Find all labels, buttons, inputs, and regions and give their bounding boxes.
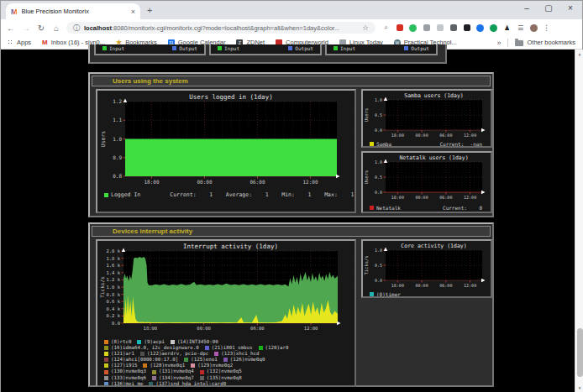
legend-label: (16)idma64.0, i2c_designware.0 xyxy=(111,345,199,351)
legend-swatch xyxy=(104,382,108,386)
output-legend: Output xyxy=(288,45,313,51)
svg-text:RRDTOOL / TOBI OETIKER: RRDTOOL / TOBI OETIKER xyxy=(490,102,492,137)
legend-label: (125)eno1 xyxy=(191,357,217,363)
scrollbar-thumb[interactable] xyxy=(577,328,583,377)
url-host: localhost xyxy=(84,24,112,32)
avatar[interactable] xyxy=(530,24,538,32)
svg-text:0.8: 0.8 xyxy=(113,173,122,179)
legend-item: (129)nvme0q2 xyxy=(191,363,233,368)
dark-ext-icon[interactable] xyxy=(463,24,470,32)
legend-item: Samba xyxy=(370,141,391,147)
scroll-down-icon[interactable]: ▼ xyxy=(575,384,583,392)
legend-label: (9)acpi xyxy=(144,339,164,345)
reload-icon[interactable]: ↻ xyxy=(36,24,46,33)
bookmarks-overflow-icon[interactable]: » xyxy=(496,39,501,47)
browser-toolbar: ← → ↻ ⌂ ⓘ localhost:8080/monitorix-cgi/m… xyxy=(1,19,582,36)
address-bar[interactable]: ⓘ localhost:8080/monitorix-cgi/monitorix… xyxy=(66,22,376,34)
svg-text:1.2 k: 1.2 k xyxy=(106,277,120,282)
svg-text:12:00: 12:00 xyxy=(464,195,476,200)
svg-text:12:00: 12:00 xyxy=(464,283,476,288)
messenger-ext-icon[interactable] xyxy=(476,24,484,32)
legend-swatch xyxy=(259,346,263,350)
users-section-header: Users using the system xyxy=(92,76,491,86)
legend-swatch xyxy=(171,340,175,344)
svg-text:0.5: 0.5 xyxy=(375,263,382,268)
forward-icon[interactable]: → xyxy=(21,24,31,33)
svg-text:Samba users (1day): Samba users (1day) xyxy=(404,92,463,99)
legend-item: (133)nvme0q6 xyxy=(104,375,146,381)
legend-item: (16)idma64.0, i2c_designware.0 xyxy=(104,345,199,351)
page-info-icon[interactable]: ⓘ xyxy=(73,24,80,33)
evernote-ext-icon[interactable] xyxy=(409,24,417,32)
url-path: :8080/monitorix-cgi/monitorix.cgi?mode=l… xyxy=(112,24,339,32)
maximize-button[interactable]: ▢ xyxy=(544,3,554,13)
users-logged-in-graph[interactable]: 0.80.91.01.11.218:0000:0006:0012:00Users… xyxy=(96,89,356,213)
devices-section: Devices interrupt activity 0.00.2 k0.4 k… xyxy=(88,222,494,387)
svg-text:0.2 k: 0.2 k xyxy=(106,313,120,318)
svg-text:1.6 k: 1.6 k xyxy=(106,263,120,268)
legend-label: (127)i915 xyxy=(111,363,137,368)
bookmarks-separator xyxy=(507,39,508,47)
other-bookmarks-button[interactable]: Other bookmarks xyxy=(515,39,575,46)
samba-users-graph[interactable]: 0.00.51.018:0000:0006:0012:00Samba users… xyxy=(361,89,492,148)
legend-swatch xyxy=(149,382,153,386)
svg-text:1.0: 1.0 xyxy=(113,136,122,142)
legend-item: (21)i801_smbus xyxy=(205,345,253,351)
chart-svg: 0.80.91.01.11.218:0000:0006:0012:00Users… xyxy=(97,91,356,185)
close-button[interactable]: × xyxy=(565,3,575,13)
output-swatch xyxy=(288,46,292,50)
search-ext-icon[interactable]: ⌕ xyxy=(382,24,390,32)
legend-swatch xyxy=(140,352,144,356)
svg-text:0.0: 0.0 xyxy=(375,278,382,283)
pawn-ext-icon[interactable]: ♟ xyxy=(503,24,511,32)
legend-swatch xyxy=(184,358,188,362)
svg-text:0.6 k: 0.6 k xyxy=(106,299,120,304)
legend-label: (121)ar1 xyxy=(111,351,134,357)
home-icon[interactable]: ⌂ xyxy=(51,24,61,33)
netatalk-users-graph[interactable]: 0.00.51.018:0000:0006:0012:00Netatalk us… xyxy=(361,151,492,213)
tab-monitorix[interactable]: M Blue Precision Monitorix × xyxy=(6,3,140,19)
copy-ext-icon[interactable] xyxy=(423,24,430,32)
interrupt-activity-graph[interactable]: 0.00.2 k0.4 k0.6 k0.8 k1.0 k1.2 k1.4 k1.… xyxy=(96,239,356,387)
legend-swatch xyxy=(152,370,156,374)
new-tab-button[interactable]: + xyxy=(147,5,152,15)
minimize-button[interactable]: – xyxy=(522,3,532,13)
legend-item: (136)mei_me xyxy=(104,381,143,387)
legend-item: (8)rtc0 xyxy=(104,339,131,345)
svg-text:18:00: 18:00 xyxy=(391,195,404,200)
svg-text:06:00: 06:00 xyxy=(439,195,452,200)
legend-row: (124)ahci[0000:00:17.0](125)eno1(126)nvm… xyxy=(104,357,355,363)
svg-text:0.5: 0.5 xyxy=(375,175,382,180)
legend-swatch xyxy=(104,352,108,356)
bookmark-star-icon[interactable]: ☆ xyxy=(362,24,369,32)
page-ext-icon[interactable] xyxy=(436,24,444,32)
legend-item: (121)ar1 xyxy=(104,351,134,357)
browser-menu-icon[interactable]: ⋮ xyxy=(543,24,550,32)
tab-close-icon[interactable]: × xyxy=(131,8,135,16)
glasses-ext-icon[interactable] xyxy=(449,24,457,32)
svg-text:RRDTOOL / TOBI OETIKER: RRDTOOL / TOBI OETIKER xyxy=(354,103,356,139)
legend-item: (9)acpi xyxy=(137,339,164,345)
legend-item: (123)xhci_hcd xyxy=(214,351,259,357)
mail-ext-icon[interactable] xyxy=(396,24,403,32)
browser-window: M Blue Precision Monitorix × + – ▢ × ← →… xyxy=(0,0,583,392)
legend-row: (133)nvme0q6(134)nvme0q7(135)nvme0q8 xyxy=(104,375,355,381)
core-activity-graph[interactable]: 0.00.51.018:0000:0006:0012:00Core activi… xyxy=(361,239,492,298)
svg-text:Ticks/s: Ticks/s xyxy=(99,276,105,298)
legend-swatch xyxy=(191,363,195,368)
legend-row: SambaCurrent: -nan xyxy=(370,141,491,147)
scroll-up-icon[interactable]: ▲ xyxy=(575,50,583,58)
bookmark-1[interactable]: Apps xyxy=(8,39,31,46)
back-icon[interactable]: ← xyxy=(6,24,16,33)
svg-text:Netatalk users (1day): Netatalk users (1day) xyxy=(399,154,468,161)
legend-label: (130)nvme0q3 xyxy=(111,368,146,374)
page-content: Input Output Input Output Input Output U… xyxy=(1,50,583,392)
legend-item: (135)nvme0q8 xyxy=(200,375,242,381)
list-ext-icon[interactable]: ☰ xyxy=(517,24,524,32)
svg-text:06:00: 06:00 xyxy=(439,133,452,138)
page-scrollbar[interactable]: ▲ ▼ xyxy=(575,50,583,392)
legend-row: (0)timer xyxy=(370,291,491,297)
legend-swatch xyxy=(104,363,108,368)
green-ext-icon[interactable] xyxy=(490,24,497,32)
legend-item: (14)INT3450:00 xyxy=(171,339,218,345)
